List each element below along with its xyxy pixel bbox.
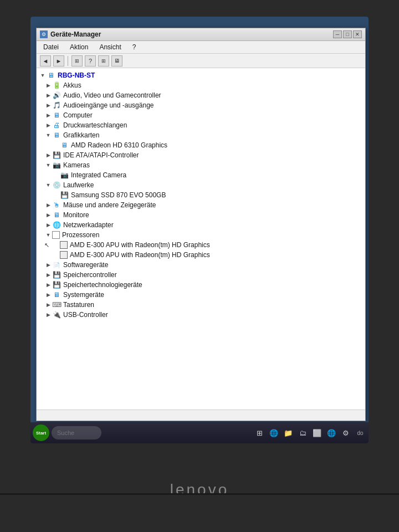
audioeingaenge-expand-icon: ▶ [44, 101, 52, 109]
monitore-label: Monitore [63, 211, 89, 219]
tast-icon: ⌨ [52, 300, 61, 309]
taskbar-store-icon[interactable]: ⬜ [311, 427, 323, 439]
taskbar-windows-icon[interactable]: ⊞ [253, 427, 265, 439]
usb-label: USB-Controller [63, 311, 108, 319]
tree-item-usb[interactable]: ▶ 🔌 USB-Controller [37, 310, 365, 320]
amd1-label: AMD E-300 APU with Radeon(tm) HD Graphic… [70, 241, 210, 249]
tree-item-computer[interactable]: ▶ 🖥 Computer [37, 110, 365, 120]
menu-aktion[interactable]: Aktion [68, 42, 90, 52]
tree-item-druckwarteschlangen[interactable]: ▶ 🖨 Druckwarteschlangen [37, 120, 365, 130]
status-bar [37, 410, 365, 421]
grafikkarten-expand-icon: ▼ [44, 131, 52, 139]
tree-item-grafikkarten[interactable]: ▼ 🖥 Grafikkarten [37, 130, 365, 140]
tree-item-system[interactable]: ▶ 🖥 Systemgeräte [37, 290, 365, 300]
window-icon: ⚙ [40, 30, 48, 38]
close-button[interactable]: ✕ [353, 30, 362, 38]
tree-item-akkus[interactable]: ▶ 🔋 Akkus [37, 80, 365, 90]
taskbar: Start ⊞ 🌐 📁 🗂 ⬜ 🌐 ⚙ do [30, 422, 369, 443]
tree-root[interactable]: ▼ 🖥 RBG-NB-ST [37, 70, 365, 80]
netz-label: Netzwerkadapter [63, 221, 114, 229]
proz-label: Prozessoren [62, 231, 99, 239]
tree-item-software[interactable]: ▶ 📄 Softwaregeräte [37, 260, 365, 270]
tree-item-audioeingaenge[interactable]: ▶ 🎵 Audioeingänge und -ausgänge [37, 100, 365, 110]
samsung-expand-icon [52, 191, 60, 199]
menu-bar: Datei Aktion Ansicht ? [37, 41, 365, 54]
speichertech-expand-icon: ▶ [44, 281, 52, 289]
view-button[interactable]: ⊞ [98, 55, 109, 66]
tree-item-monitore[interactable]: ▶ 🖥 Monitore [37, 210, 365, 220]
system-icon: 🖥 [52, 290, 61, 299]
minimize-button[interactable]: ─ [333, 30, 342, 38]
system-expand-icon: ▶ [44, 291, 52, 299]
speichertech-icon: 💾 [52, 280, 61, 289]
druck-label: Druckwarteschlangen [63, 121, 127, 129]
taskbar-right: ⊞ 🌐 📁 🗂 ⬜ 🌐 ⚙ do [253, 427, 366, 439]
start-label: Start [36, 431, 46, 436]
amd2-label: AMD E-300 APU with Radeon(tm) HD Graphic… [70, 251, 210, 259]
help-button[interactable]: ? [85, 55, 96, 66]
software-icon: 📄 [52, 260, 61, 269]
taskbar-settings-icon[interactable]: ⚙ [340, 427, 352, 439]
tree-item-amd1[interactable]: ↖ AMD E-300 APU with Radeon(tm) HD Graph… [37, 240, 365, 250]
radeon-expand-icon [52, 141, 60, 149]
tree-item-prozessoren[interactable]: ▼ Prozessoren [37, 230, 365, 240]
proz-icon [52, 231, 60, 239]
camera-label: Integrated Camera [71, 171, 126, 179]
speichertech-label: Speichertechnologiegeräte [63, 281, 142, 289]
taskbar-edge-icon[interactable]: 🌐 [268, 427, 280, 439]
tree-item-ide[interactable]: ▶ 💾 IDE ATA/ATAPI-Controller [37, 150, 365, 160]
device-tree[interactable]: ▼ 🖥 RBG-NB-ST ▶ 🔋 Akkus ▶ 🔊 Audio [37, 68, 365, 410]
akkus-label: Akkus [63, 81, 81, 89]
akkus-expand-icon: ▶ [44, 81, 52, 89]
amd2-expand-icon [52, 251, 60, 259]
tree-item-kameras[interactable]: ▼ 📷 Kameras [37, 160, 365, 170]
title-bar-controls: ─ □ ✕ [333, 30, 362, 38]
audio-label: Audio, Video und Gamecontroller [63, 91, 161, 99]
start-button[interactable]: Start [33, 424, 49, 441]
audioeingaenge-label: Audioeingänge und -ausgänge [63, 101, 154, 109]
taskbar-browser-icon[interactable]: 🌐 [325, 427, 337, 439]
kameras-label: Kameras [63, 161, 90, 169]
menu-ansicht[interactable]: Ansicht [97, 42, 123, 52]
maximize-button[interactable]: □ [343, 30, 352, 38]
tree-item-tastaturen[interactable]: ▶ ⌨ Tastaturen [37, 300, 365, 310]
maeuse-icon: 🖱 [52, 201, 61, 209]
taskbar-files-icon[interactable]: 🗂 [296, 427, 309, 439]
search-input[interactable] [52, 426, 101, 439]
tree-item-laufwerke[interactable]: ▼ 💿 Laufwerke [37, 180, 365, 190]
kameras-expand-icon: ▼ [44, 161, 52, 169]
amd1-icon [60, 241, 68, 249]
grafikkarten-icon: 🖥 [52, 131, 61, 140]
menu-help[interactable]: ? [130, 42, 139, 52]
toolbar: ◄ ► ⊞ ? ⊞ 🖥 [37, 54, 365, 68]
back-button[interactable]: ◄ [40, 55, 51, 66]
speicher-icon: 💾 [52, 270, 61, 279]
tast-label: Tastaturen [63, 301, 94, 309]
tree-item-speichertech[interactable]: ▶ 💾 Speichertechnologiegeräte [37, 280, 365, 290]
taskbar-folder-icon[interactable]: 📁 [282, 427, 294, 439]
tree-item-audio[interactable]: ▶ 🔊 Audio, Video und Gamecontroller [37, 90, 365, 100]
taskbar-overflow-icon[interactable]: do [354, 427, 366, 439]
tree-item-samsung[interactable]: 💾 Samsung SSD 870 EVO 500GB [37, 190, 365, 200]
tree-item-integrated-camera[interactable]: 📷 Integrated Camera [37, 170, 365, 180]
druck-expand-icon: ▶ [44, 121, 52, 129]
root-expand-icon: ▼ [39, 71, 47, 79]
usb-expand-icon: ▶ [44, 311, 52, 319]
laufwerke-expand-icon: ▼ [44, 181, 52, 189]
menu-datei[interactable]: Datei [41, 42, 61, 52]
tree-item-radeon[interactable]: 🖥 AMD Radeon HD 6310 Graphics [37, 140, 365, 150]
tree-item-maeuse[interactable]: ▶ 🖱 Mäuse und andere Zeigegeräte [37, 200, 365, 210]
forward-button[interactable]: ► [53, 55, 64, 66]
netz-icon: 🌐 [52, 221, 61, 229]
tree-item-netzwerkadapter[interactable]: ▶ 🌐 Netzwerkadapter [37, 220, 365, 230]
tree-item-speicher[interactable]: ▶ 💾 Speichercontroller [37, 270, 365, 280]
netz-expand-icon: ▶ [44, 221, 52, 229]
monitor-button[interactable]: 🖥 [111, 55, 122, 66]
tree-item-amd2[interactable]: AMD E-300 APU with Radeon(tm) HD Graphic… [37, 250, 365, 260]
kameras-icon: 📷 [52, 161, 61, 170]
properties-button[interactable]: ⊞ [71, 55, 83, 66]
computer-root-icon: 🖥 [47, 71, 55, 80]
audio-expand-icon: ▶ [44, 91, 52, 99]
computer-icon: 🖥 [52, 111, 61, 120]
laptop-bottom [0, 493, 399, 532]
